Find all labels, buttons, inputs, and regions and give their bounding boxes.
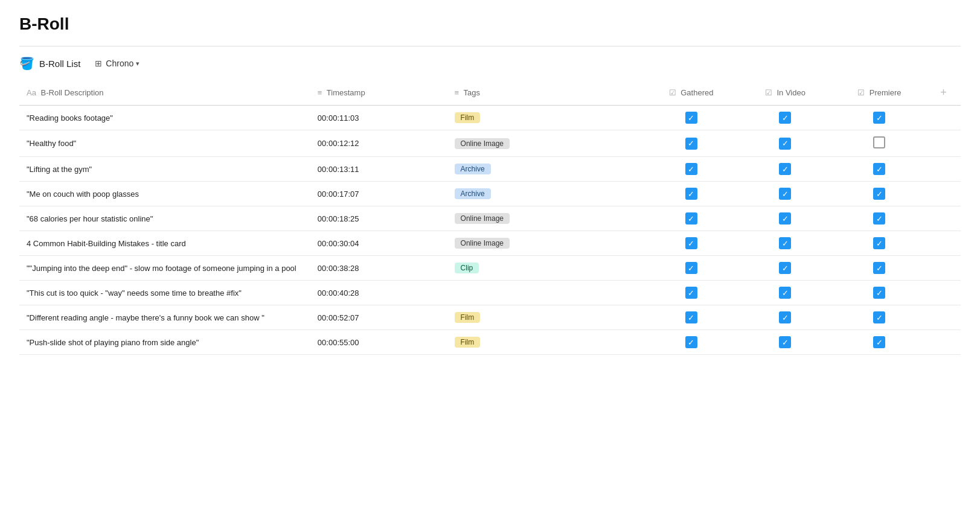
gathered-col-icon: ☑: [669, 88, 676, 97]
col-header-tags-label: Tags: [464, 88, 480, 97]
checkbox-checked[interactable]: ✓: [779, 112, 791, 124]
cell-premiere[interactable]: ✓: [832, 330, 926, 355]
cell-add: [926, 130, 961, 157]
checkbox-checked[interactable]: ✓: [873, 336, 885, 348]
cell-timestamp: 00:00:52:07: [310, 305, 447, 330]
col-header-tags: ≡ Tags: [447, 80, 644, 106]
checkbox-checked[interactable]: ✓: [685, 336, 697, 348]
cell-add: [926, 206, 961, 231]
broll-table: Aa B-Roll Description ≡ Timestamp ≡ Tags…: [19, 80, 961, 355]
checkbox-checked[interactable]: ✓: [779, 212, 791, 225]
cell-add: [926, 281, 961, 305]
toolbar: 🪣 B-Roll List ⊞ Chrono ▾: [19, 56, 961, 71]
cell-premiere[interactable]: ✓: [832, 281, 926, 305]
checkbox-checked[interactable]: ✓: [779, 336, 791, 348]
checkbox-checked[interactable]: ✓: [779, 237, 791, 249]
cell-tags: Film: [447, 330, 644, 355]
page-container: B-Roll 🪣 B-Roll List ⊞ Chrono ▾ Aa B-Rol…: [0, 0, 980, 369]
col-header-timestamp: ≡ Timestamp: [310, 80, 447, 106]
table-body: "Reading books footage" 00:00:11:03 Film…: [19, 106, 961, 355]
cell-gathered[interactable]: ✓: [644, 231, 738, 256]
checkbox-checked[interactable]: ✓: [873, 237, 885, 249]
cell-timestamp: 00:00:11:03: [310, 106, 447, 130]
checkbox-checked[interactable]: ✓: [779, 138, 791, 150]
cell-premiere[interactable]: ✓: [832, 206, 926, 231]
checkbox-checked[interactable]: ✓: [873, 188, 885, 200]
cell-invideo[interactable]: ✓: [738, 256, 832, 281]
cell-gathered[interactable]: ✓: [644, 157, 738, 182]
table-row: "Push-slide shot of playing piano from s…: [19, 330, 961, 355]
checkbox-checked[interactable]: ✓: [873, 163, 885, 175]
checkbox-checked[interactable]: ✓: [685, 188, 697, 200]
checkbox-checked[interactable]: ✓: [873, 287, 885, 299]
cell-invideo[interactable]: ✓: [738, 206, 832, 231]
cell-timestamp: 00:00:55:00: [310, 330, 447, 355]
cell-add: [926, 182, 961, 206]
cell-gathered[interactable]: ✓: [644, 130, 738, 157]
cell-premiere[interactable]: ✓: [832, 231, 926, 256]
checkbox-unchecked[interactable]: [873, 136, 885, 148]
checkbox-checked[interactable]: ✓: [873, 112, 885, 124]
cell-invideo[interactable]: ✓: [738, 130, 832, 157]
cell-invideo[interactable]: ✓: [738, 281, 832, 305]
cell-description: "Healthy food": [19, 130, 310, 157]
checkbox-checked[interactable]: ✓: [685, 138, 697, 150]
col-header-premiere: ☑ Premiere: [832, 80, 926, 106]
cell-gathered[interactable]: ✓: [644, 281, 738, 305]
checkbox-checked[interactable]: ✓: [779, 188, 791, 200]
cell-add: [926, 157, 961, 182]
cell-premiere[interactable]: ✓: [832, 256, 926, 281]
view-toggle-button[interactable]: ⊞ Chrono ▾: [90, 56, 144, 71]
cell-invideo[interactable]: ✓: [738, 305, 832, 330]
cell-premiere[interactable]: [832, 130, 926, 157]
add-column-button[interactable]: +: [940, 86, 947, 98]
checkbox-checked[interactable]: ✓: [685, 163, 697, 175]
premiere-col-icon: ☑: [857, 88, 865, 97]
cell-gathered[interactable]: ✓: [644, 182, 738, 206]
cell-description: "Lifting at the gym": [19, 157, 310, 182]
table-row: 4 Common Habit-Building Mistakes - title…: [19, 231, 961, 256]
cell-gathered[interactable]: ✓: [644, 305, 738, 330]
cell-invideo[interactable]: ✓: [738, 157, 832, 182]
checkbox-checked[interactable]: ✓: [873, 311, 885, 323]
view-label: Chrono: [106, 59, 133, 68]
checkbox-checked[interactable]: ✓: [779, 163, 791, 175]
cell-gathered[interactable]: ✓: [644, 330, 738, 355]
checkbox-checked[interactable]: ✓: [873, 262, 885, 274]
cell-gathered[interactable]: ✓: [644, 206, 738, 231]
cell-tags: Film: [447, 106, 644, 130]
checkbox-checked[interactable]: ✓: [685, 262, 697, 274]
cell-add: [926, 330, 961, 355]
col-header-add[interactable]: +: [926, 80, 961, 106]
cell-premiere[interactable]: ✓: [832, 157, 926, 182]
checkbox-checked[interactable]: ✓: [779, 311, 791, 323]
cell-tags: Clip: [447, 256, 644, 281]
cell-premiere[interactable]: ✓: [832, 106, 926, 130]
cell-premiere[interactable]: ✓: [832, 305, 926, 330]
cell-description: "68 calories per hour statistic online": [19, 206, 310, 231]
checkbox-checked[interactable]: ✓: [685, 237, 697, 249]
cell-invideo[interactable]: ✓: [738, 106, 832, 130]
cell-invideo[interactable]: ✓: [738, 330, 832, 355]
cell-invideo[interactable]: ✓: [738, 182, 832, 206]
grid-icon: ⊞: [95, 59, 102, 68]
checkbox-checked[interactable]: ✓: [685, 311, 697, 323]
cell-tags: Online Image: [447, 130, 644, 157]
tag-badge: Film: [455, 337, 481, 348]
checkbox-checked[interactable]: ✓: [685, 212, 697, 225]
checkbox-checked[interactable]: ✓: [873, 212, 885, 225]
checkbox-checked[interactable]: ✓: [779, 262, 791, 274]
checkbox-checked[interactable]: ✓: [685, 112, 697, 124]
cell-timestamp: 00:00:13:11: [310, 157, 447, 182]
cell-gathered[interactable]: ✓: [644, 106, 738, 130]
cell-gathered[interactable]: ✓: [644, 256, 738, 281]
cell-add: [926, 305, 961, 330]
checkbox-checked[interactable]: ✓: [779, 287, 791, 299]
tag-badge: Film: [455, 312, 481, 323]
cell-invideo[interactable]: ✓: [738, 231, 832, 256]
checkbox-checked[interactable]: ✓: [685, 287, 697, 299]
cell-description: "Reading books footage": [19, 106, 310, 130]
table-row: "Me on couch with poop glasses 00:00:17:…: [19, 182, 961, 206]
cell-premiere[interactable]: ✓: [832, 182, 926, 206]
table-row: ""Jumping into the deep end" - slow mo f…: [19, 256, 961, 281]
